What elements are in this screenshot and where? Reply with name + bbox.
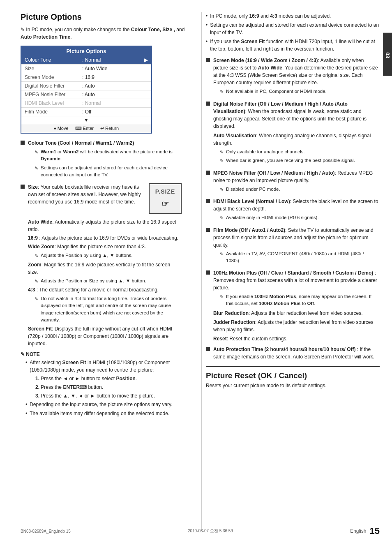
bullet-content: Auto Protection Time (2 hours/4 hours/8 … [213, 346, 380, 360]
note-item: ✎ If you enable 100Hz Motion Plus, noise… [220, 293, 380, 307]
footer-page: English 15 [350, 526, 380, 536]
page-number: 15 [370, 526, 380, 536]
bullet-content: 100Hz Motion Plus (Off / Clear / Standar… [213, 269, 380, 342]
menu-row: Screen Mode : 16:9 [21, 73, 151, 82]
bullet-square [206, 199, 210, 203]
bullet-digital-noise: Digital Noise Filter (Off / Low / Medium… [206, 100, 380, 166]
bullet-dot: • [25, 410, 27, 417]
note-icon: ✎ [220, 157, 224, 164]
footer-file: BN68-02689A_Eng.indb 15 [21, 529, 71, 534]
intro-text: ✎ In PC mode, you can only make changes … [21, 26, 185, 41]
note-bullet-text: Settings can be adjusted and stored for … [210, 21, 380, 36]
hdmi-black-text: HDMI Black Level (Normal / Low): Selects… [213, 198, 380, 213]
16-9-text: 16:9 : Adjusts the picture size to 16:9 … [28, 234, 182, 242]
note-bullet-text: After selecting Screen Fit in HDMI (1080… [30, 359, 185, 374]
bullet-content: MPEG Noise Filter (Off / Low / Medium / … [213, 169, 380, 195]
numbered-item: 3. Press the ▲, ▼, ◄ or ► button to move… [35, 393, 185, 400]
note-icon: ✎ [35, 149, 38, 163]
top-bullets: • In PC mode, only 16:9 and 4:3 modes ca… [206, 12, 380, 53]
note-bullet-text: Depending on the input source, the pictu… [30, 401, 172, 408]
menu-row-label: Film Mode [25, 109, 82, 115]
note-icon: ✎ [21, 27, 25, 32]
auto-vis-text: Auto Visualisation: When changing analog… [213, 132, 380, 147]
wide-zoom-text: Wide Zoom: Magnifies the picture size mo… [28, 243, 182, 250]
note-content: Adjusts the Position by using ▲, ▼ butto… [41, 252, 182, 259]
note-item: ✎ Adjusts the Position or Size by using … [35, 277, 182, 285]
note-bullet-text: The available items may differ depending… [30, 410, 169, 417]
menu-row: HDMI Black Level : Normal [21, 99, 151, 108]
bullet-square [206, 347, 210, 351]
note-content: Available in TV, AV, COMPONENT (480i / 1… [226, 250, 380, 265]
100hz-text: 100Hz Motion Plus (Off / Clear / Standar… [213, 269, 380, 291]
bullet-dot: • [25, 401, 27, 408]
menu-row: Digital Nosie Filter : Auto [21, 82, 151, 90]
bullet-100hz: 100Hz Motion Plus (Off / Clear / Standar… [206, 269, 380, 342]
menu-row-label: Screen Mode [25, 74, 82, 80]
nav-move: ♦ Move [54, 126, 69, 131]
menu-row-value: : Auto [82, 83, 148, 89]
note-bullet: • After selecting Screen Fit in HDMI (10… [25, 359, 185, 374]
bullet-dot: • [25, 359, 27, 374]
menu-row: ▼ [21, 116, 151, 124]
note-icon: ✎ [35, 252, 38, 259]
note-item: ✎ Available only in HDMI mode (RGB signa… [220, 214, 380, 222]
bullet-square [206, 270, 210, 275]
note-content: Not available in PC, Component or HDMI m… [226, 88, 380, 95]
screen-fit-text: Screen Fit: Displays the full image with… [28, 325, 182, 347]
reset-text: Reset: Reset the custom settings. [213, 335, 380, 342]
page-footer: BN68-02689A_Eng.indb 15 2010-03-07 오전 5:… [21, 523, 380, 536]
english-label: English [350, 528, 366, 534]
menu-row-label: HDMI Black Level [25, 100, 82, 106]
numbered-item: 1. Press the ◄ or ► button to select Pos… [35, 375, 185, 382]
note-content: Warm1 or Warm2 will be deactivated when … [41, 148, 185, 163]
note-icon: ✎ [35, 165, 38, 179]
menu-row: Size : Auto Wide [21, 65, 151, 73]
menu-row-value: : Off [82, 109, 148, 115]
bullet-content: HDMI Black Level (Normal / Low): Selects… [213, 198, 380, 223]
note-bullet: • The available items may differ dependi… [25, 410, 185, 417]
note-bullet: • If you use the Screen Fit function wit… [206, 38, 380, 53]
right-column: • In PC mode, only 16:9 and 4:3 modes ca… [201, 12, 380, 531]
note-bullet: • Depending on the input source, the pic… [25, 401, 185, 408]
note-bullet: • In PC mode, only 16:9 and 4:3 modes ca… [206, 12, 380, 20]
bullet-content: P.SIZE ☞ Size: Your cable box/satellite … [28, 183, 182, 348]
film-mode-text: Film Mode (Off / Auto1 / Auto2): Sets th… [213, 226, 380, 249]
nav-return: ↩ Return [100, 126, 119, 131]
note-content: If you enable 100Hz Motion Plus, noise m… [226, 293, 380, 307]
note-content: Disabled under PC mode. [226, 186, 380, 193]
bullet-dot: • [206, 38, 208, 53]
menu-row-value: : 16:9 [82, 74, 148, 80]
side-tab-number: 03 [385, 52, 391, 58]
note-item: ✎ Adjusts the Position by using ▲, ▼ but… [35, 252, 182, 259]
note-content: Only available for analogue channels. [226, 148, 380, 156]
bullet-auto-protection: Auto Protection Time (2 hours/4 hours/8 … [206, 346, 380, 360]
menu-row-value: : Normal [82, 100, 148, 106]
bullet-hdmi-black: HDMI Black Level (Normal / Low): Selects… [206, 198, 380, 223]
note-content: Do not watch in 4:3 format for a long ti… [41, 295, 182, 323]
psize-image: P.SIZE ☞ [149, 183, 182, 214]
picture-reset-text: Resets your current picture mode to its … [206, 383, 380, 388]
menu-box-title: Picture Options [21, 46, 151, 56]
menu-row: MPEG Nosie Filter : Auto [21, 90, 151, 99]
auto-protection-text: Auto Protection Time (2 hours/4 hours/8 … [213, 346, 380, 360]
numbered-item: 2. Press the ENTER⌨ button. [35, 384, 185, 391]
menu-box: Picture Options Colour Tone : Normal ▶ S… [21, 46, 152, 134]
bullet-dot: • [206, 21, 208, 36]
note-content: Available only in HDMI mode (RGB signals… [226, 214, 380, 222]
blur-reduction-text: Blur Reduction: Adjusts the blur reducti… [213, 310, 380, 317]
bullet-content: Digital Noise Filter (Off / Low / Medium… [213, 100, 380, 166]
note-icon: ✎ [220, 186, 224, 193]
note-label: ✎ NOTE [21, 351, 185, 357]
menu-row: Film Mode : Off [21, 108, 151, 116]
left-column: Picture Options ✎ In PC mode, you can on… [21, 12, 193, 531]
bullet-colour-tone: Colour Tone (Cool / Normal / Warm1 / War… [21, 139, 185, 180]
menu-nav: ♦ Move ⌨ Enter ↩ Return [21, 124, 151, 133]
note-bullet-text: If you use the Screen Fit function with … [210, 38, 380, 53]
note-box: ✎ NOTE • After selecting Screen Fit in H… [21, 351, 185, 417]
note-bullet: • Settings can be adjusted and stored fo… [206, 21, 380, 36]
bullet-content: Screen Mode (16:9 / Wide Zoom / Zoom / 4… [213, 57, 380, 97]
footer-date: 2010-03-07 오전 5:36:59 [188, 528, 233, 534]
judder-reduction-text: Judder Reduction: Adjusts the judder red… [213, 319, 380, 333]
bullet-square [206, 171, 210, 175]
bullet-square [21, 185, 25, 189]
